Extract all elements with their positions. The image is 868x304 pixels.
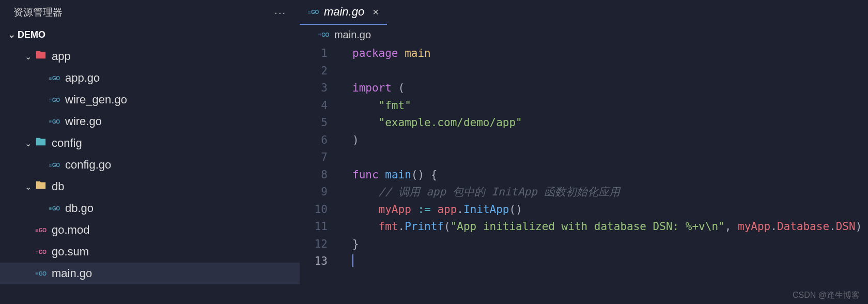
tree-file[interactable]: ≡GOdb.go xyxy=(0,197,300,219)
go-icon: ≡GO xyxy=(49,75,60,81)
code-line[interactable]: package main xyxy=(352,45,868,63)
line-number: 6 xyxy=(300,132,328,149)
chevron-down-icon: ⌄ xyxy=(5,29,18,40)
code-line[interactable] xyxy=(352,63,868,80)
sidebar-menu-icon[interactable]: ··· xyxy=(271,7,289,19)
go-icon: ≡GO xyxy=(36,249,47,255)
tab-main-go[interactable]: ≡GO main.go × xyxy=(300,0,387,25)
line-number: 10 xyxy=(300,201,328,219)
code-line[interactable]: // 调用 app 包中的 InitApp 函数初始化应用 xyxy=(352,184,868,201)
go-icon: ≡GO xyxy=(49,206,60,211)
go-icon: ≡GO xyxy=(36,227,47,233)
tree-item-label: db.go xyxy=(65,202,94,215)
folder-icon xyxy=(35,179,47,194)
project-root[interactable]: ⌄ DEMO xyxy=(0,25,300,44)
code-editor[interactable]: 12345678910111213 package main import ( … xyxy=(300,45,868,270)
code-line[interactable]: import ( xyxy=(352,80,868,97)
tree-item-label: app.go xyxy=(65,71,100,85)
line-number: 12 xyxy=(300,236,328,253)
tree-folder[interactable]: ⌄app xyxy=(0,45,300,67)
code-line[interactable]: ) xyxy=(352,132,868,149)
code-line[interactable]: "example.com/demo/app" xyxy=(352,114,868,132)
line-number: 11 xyxy=(300,218,328,236)
folder-icon xyxy=(35,49,47,64)
sidebar-header: 资源管理器 ··· xyxy=(0,0,300,25)
go-icon: ≡GO xyxy=(49,97,60,103)
chevron-down-icon: ⌄ xyxy=(23,182,33,192)
code-line[interactable]: "fmt" xyxy=(352,97,868,115)
explorer-sidebar: 资源管理器 ··· ⌄ DEMO ⌄app≡GOapp.go≡GOwire_ge… xyxy=(0,0,300,304)
code-line[interactable]: fmt.Printf("App initialized with databas… xyxy=(352,218,868,236)
line-number: 1 xyxy=(300,45,328,63)
tree-file[interactable]: ≡GOgo.sum xyxy=(0,241,300,263)
tree-item-label: main.go xyxy=(52,267,92,280)
sidebar-title: 资源管理器 xyxy=(13,6,63,19)
go-icon: ≡GO xyxy=(49,162,60,168)
line-number: 5 xyxy=(300,114,328,132)
line-number: 13 xyxy=(300,253,328,270)
editor-area: ≡GO main.go × ≡GO main.go 12345678910111… xyxy=(300,0,868,304)
tree-item-label: config.go xyxy=(65,158,111,172)
tree-item-label: wire_gen.go xyxy=(65,93,127,107)
line-number: 3 xyxy=(300,80,328,97)
close-icon[interactable]: × xyxy=(373,6,379,18)
editor-tabs: ≡GO main.go × xyxy=(300,0,868,25)
tree-folder[interactable]: ⌄db xyxy=(0,176,300,197)
tree-file[interactable]: ≡GOgo.mod xyxy=(0,219,300,241)
line-number: 2 xyxy=(300,63,328,80)
tree-file[interactable]: ≡GOwire_gen.go xyxy=(0,89,300,111)
code-line[interactable]: } xyxy=(352,236,868,253)
code-line[interactable]: myApp := app.InitApp() xyxy=(352,201,868,219)
tree-item-label: db xyxy=(52,180,64,193)
tab-label: main.go xyxy=(324,5,364,19)
tree-item-label: go.sum xyxy=(52,245,89,259)
tree-item-label: app xyxy=(52,50,71,63)
line-number: 8 xyxy=(300,166,328,184)
code-line[interactable]: func main() { xyxy=(352,166,868,184)
folder-icon xyxy=(35,136,47,150)
go-icon: ≡GO xyxy=(49,119,60,125)
breadcrumb[interactable]: ≡GO main.go xyxy=(300,25,868,45)
project-name: DEMO xyxy=(18,29,45,40)
go-icon: ≡GO xyxy=(318,32,329,38)
tree-file[interactable]: ≡GOmain.go xyxy=(0,263,300,284)
tree-file[interactable]: ≡GOconfig.go xyxy=(0,154,300,176)
watermark: CSDN @逢生博客 xyxy=(793,290,860,301)
line-gutter: 12345678910111213 xyxy=(300,45,337,270)
tree-file[interactable]: ≡GOwire.go xyxy=(0,111,300,132)
go-icon: ≡GO xyxy=(36,271,47,277)
chevron-down-icon: ⌄ xyxy=(23,139,33,148)
tree-item-label: config xyxy=(52,136,82,150)
line-number: 9 xyxy=(300,184,328,201)
go-icon: ≡GO xyxy=(308,9,319,15)
line-number: 7 xyxy=(300,149,328,166)
tree-folder[interactable]: ⌄config xyxy=(0,132,300,154)
breadcrumb-label: main.go xyxy=(334,29,371,41)
code-line[interactable] xyxy=(352,149,868,166)
code-body[interactable]: package main import ( "fmt" "example.com… xyxy=(337,45,868,270)
tree-item-label: go.mod xyxy=(52,223,89,237)
code-line[interactable] xyxy=(352,253,868,270)
tree-item-label: wire.go xyxy=(65,115,102,128)
file-tree: ⌄app≡GOapp.go≡GOwire_gen.go≡GOwire.go⌄co… xyxy=(0,44,300,284)
chevron-down-icon: ⌄ xyxy=(23,52,33,62)
line-number: 4 xyxy=(300,97,328,115)
tree-file[interactable]: ≡GOapp.go xyxy=(0,67,300,89)
